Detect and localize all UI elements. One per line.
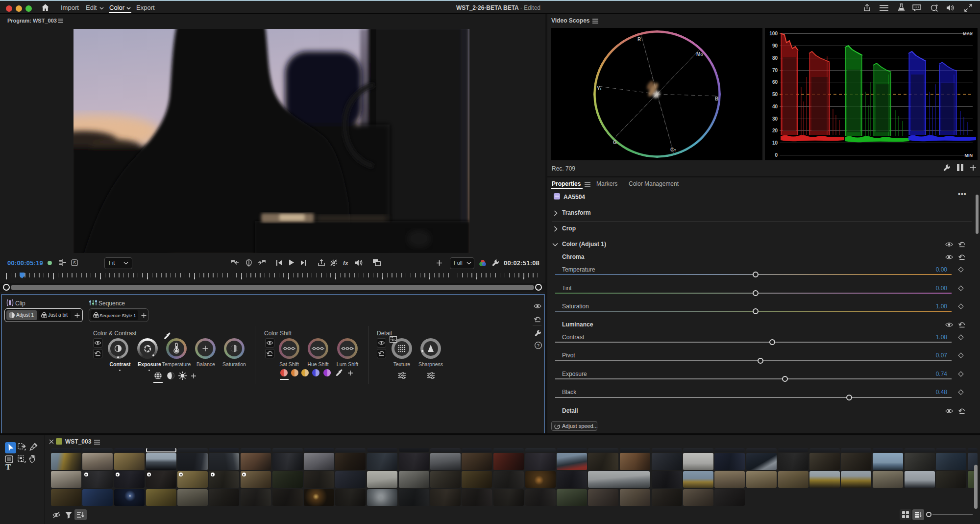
svg-text:S: S — [73, 260, 76, 265]
svg-text:10: 10 — [772, 140, 778, 146]
svg-text:100: 100 — [769, 31, 778, 36]
svg-text:?: ? — [537, 343, 539, 348]
svg-text:CY: CY — [670, 147, 676, 152]
svg-text:MAX: MAX — [963, 31, 973, 36]
svg-text:30: 30 — [772, 116, 778, 122]
svg-text:70: 70 — [772, 68, 778, 73]
svg-text:20: 20 — [772, 128, 778, 133]
svg-text:50: 50 — [772, 92, 778, 97]
svg-text:0: 0 — [775, 152, 778, 158]
svg-text:R: R — [637, 37, 641, 42]
svg-text:90: 90 — [772, 43, 778, 49]
svg-text:G: G — [613, 140, 617, 145]
svg-text:B: B — [715, 96, 718, 101]
svg-text:MG: MG — [696, 51, 703, 57]
svg-text:60: 60 — [772, 79, 778, 85]
svg-text:80: 80 — [772, 55, 778, 61]
svg-text:40: 40 — [772, 104, 778, 109]
svg-text:MIN: MIN — [965, 153, 973, 158]
